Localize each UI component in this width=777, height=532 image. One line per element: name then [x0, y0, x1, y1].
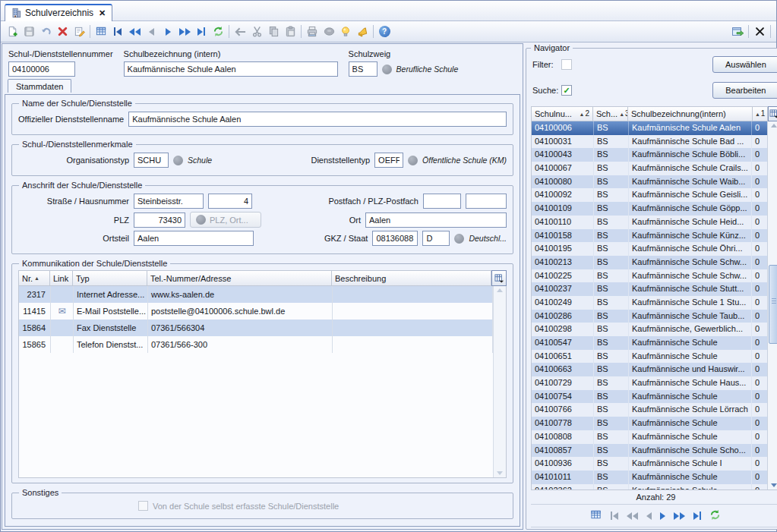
- grid-view-button[interactable]: [93, 24, 109, 40]
- refresh-button[interactable]: [709, 509, 721, 522]
- navigator-table-row[interactable]: 04100195 BS Kaufmännische Schule Öhri...…: [532, 242, 767, 256]
- first-record-button[interactable]: [109, 24, 126, 40]
- navigator-table-row[interactable]: 04100547 BS Kaufmännische Schule 0: [532, 336, 767, 350]
- scroll-down-icon[interactable]: [497, 471, 503, 475]
- column-chooser-button[interactable]: [768, 106, 777, 121]
- last-record-button[interactable]: [193, 24, 210, 40]
- navigator-table-row[interactable]: 04100006 BS Kaufmännische Schule Aalen 0: [532, 121, 767, 135]
- disk-button[interactable]: [321, 24, 337, 40]
- column-header-schulnummer[interactable]: Schulnu...2: [531, 106, 593, 121]
- plz-postfach-input[interactable]: [466, 194, 507, 209]
- help-button[interactable]: ?: [376, 24, 393, 40]
- fast-backward-button[interactable]: [627, 512, 638, 520]
- navigator-table-row[interactable]: 04100158 BS Kaufmännische Schule Künz...…: [532, 229, 767, 243]
- navigator-table-row[interactable]: 04101011 BS Kaufmännische Schule 0: [532, 471, 767, 484]
- navigator-table-row[interactable]: 04100651 BS Kaufmännische Schule 0: [532, 350, 767, 364]
- mail-link-icon[interactable]: ✉: [51, 303, 74, 320]
- kommunikation-table-row[interactable]: 11415 ✉ E-Mail Poststelle... poststelle@…: [19, 303, 493, 320]
- navigator-table-row[interactable]: 04100729 BS Kaufmännische Schule Haus...…: [532, 376, 767, 390]
- navigator-table-row[interactable]: 04100080 BS Kaufmännische Schule Waib...…: [532, 175, 767, 189]
- navigator-table-row[interactable]: 04102362 BS Kaufmännische Schule 0: [532, 484, 767, 490]
- column-header-link[interactable]: Link: [50, 270, 73, 286]
- tab-close-icon[interactable]: ✕: [99, 8, 106, 18]
- selbst-erfasst-checkbox[interactable]: [138, 501, 148, 511]
- column-chooser-button[interactable]: [491, 270, 507, 286]
- mail-link-icon[interactable]: [51, 286, 74, 303]
- strasse-input[interactable]: [134, 194, 204, 209]
- staat-input[interactable]: [422, 231, 450, 246]
- column-header-adresse[interactable]: Tel.-Nummer/Adresse: [147, 270, 332, 286]
- navigator-table-row[interactable]: 04100109 BS Kaufmännische Schule Göpp...…: [532, 202, 767, 216]
- column-header-schulzweig[interactable]: Sch...3: [593, 106, 628, 121]
- column-header-misc[interactable]: 1: [753, 106, 768, 121]
- scroll-down-icon[interactable]: [771, 483, 777, 487]
- gkz-input[interactable]: [372, 231, 418, 246]
- refresh-button[interactable]: [210, 24, 226, 40]
- back-arrow-button[interactable]: [232, 24, 248, 40]
- navigator-table-row[interactable]: 04100043 BS Kaufmännische Schule Böbli..…: [532, 148, 767, 162]
- mail-link-icon[interactable]: [51, 336, 74, 353]
- column-header-nr[interactable]: Nr.: [18, 270, 50, 286]
- dienststellentyp-input[interactable]: [374, 153, 403, 168]
- navigator-table-row[interactable]: 04100225 BS Kaufmännische Schule Schw...…: [532, 269, 767, 283]
- kommunikation-table-row[interactable]: 15864 Fax Dienststelle 07361/566304: [19, 320, 493, 336]
- scroll-up-icon[interactable]: [771, 124, 777, 127]
- next-record-button[interactable]: [160, 24, 176, 40]
- cut-button[interactable]: [248, 24, 265, 40]
- save-button[interactable]: [21, 24, 37, 40]
- navigator-table-row[interactable]: 04100110 BS Kaufmännische Schule Heid...…: [532, 216, 767, 229]
- previous-record-button[interactable]: [143, 24, 160, 40]
- edit-button[interactable]: [71, 24, 87, 40]
- navigator-table-row[interactable]: 04100754 BS Kaufmännische Schule 0: [532, 390, 767, 404]
- navigator-table-row[interactable]: 04100778 BS Kaufmännische Schule 0: [532, 417, 767, 430]
- scroll-up-icon[interactable]: [497, 288, 503, 292]
- column-header-typ[interactable]: Typ: [73, 270, 147, 286]
- mail-link-icon[interactable]: [51, 320, 74, 336]
- auswaehlen-button[interactable]: Auswählen: [712, 56, 777, 73]
- column-header-beschreibung[interactable]: Beschreibung: [332, 270, 491, 286]
- bearbeiten-button[interactable]: Bearbeiten: [712, 82, 777, 99]
- suche-checkbox[interactable]: ✓: [561, 85, 572, 96]
- ort-input[interactable]: [365, 212, 507, 228]
- navigator-table-row[interactable]: 04100031 BS Kaufmännische Schule Bad ...…: [532, 135, 767, 149]
- delete-button[interactable]: [54, 24, 71, 40]
- navigator-table-row[interactable]: 04100249 BS Kaufmännische Schule 1 Stu..…: [532, 296, 767, 310]
- window-switch-button[interactable]: [729, 24, 746, 40]
- print-button[interactable]: [304, 24, 321, 40]
- kommunikation-table-row[interactable]: 15865 Telefon Dienstst... 07361/566-300: [19, 336, 493, 353]
- fast-forward-button[interactable]: [674, 512, 685, 520]
- column-header-schulbezeichnung[interactable]: Schulbezeichnung(intern): [628, 106, 753, 121]
- hint-bulb-button[interactable]: [337, 24, 354, 40]
- new-record-button[interactable]: [4, 24, 21, 40]
- schulbezeichnung-input[interactable]: [124, 61, 338, 77]
- navigator-table-row[interactable]: 04100067 BS Kaufmännische Schule Crails.…: [532, 162, 767, 175]
- notification-bell-button[interactable]: [354, 24, 371, 40]
- navigator-table-row[interactable]: 04100936 BS Kaufmännische Schule I 0: [532, 457, 767, 471]
- navigator-table-row[interactable]: 04100213 BS Kaufmännische Schule Schw...…: [532, 256, 767, 269]
- navigator-table-row[interactable]: 04100766 BS Kaufmännische Schule Lörrach…: [532, 403, 767, 417]
- organisationstyp-input[interactable]: [134, 153, 169, 168]
- tab-schulverzeichnis[interactable]: Schulverzeichnis ✕: [5, 4, 112, 21]
- postfach-input[interactable]: [423, 194, 461, 209]
- plz-input[interactable]: [134, 212, 185, 228]
- navigator-table-row[interactable]: 04100298 BS Kaufmännische, Gewerblich...…: [532, 323, 767, 336]
- schulnummer-input[interactable]: [8, 61, 75, 77]
- plz-ort-button[interactable]: PLZ, Ort...: [190, 212, 261, 228]
- dienststellenname-input[interactable]: [128, 112, 507, 127]
- copy-button[interactable]: [265, 24, 282, 40]
- grid-view-button[interactable]: [590, 509, 602, 522]
- ortsteil-input[interactable]: [134, 231, 254, 246]
- navigator-scrollbar[interactable]: [767, 121, 777, 490]
- kommunikation-table-row[interactable]: 2317 Internet Adresse... www.ks-aalen.de: [19, 286, 493, 303]
- scrollbar-thumb[interactable]: [769, 265, 777, 344]
- filter-checkbox[interactable]: [561, 59, 572, 70]
- navigator-table-row[interactable]: 04100857 BS Kaufmännische Schule Scho...…: [532, 444, 767, 458]
- undo-button[interactable]: [37, 24, 54, 40]
- first-record-button[interactable]: [611, 512, 618, 520]
- navigator-table-row[interactable]: 04100286 BS Kaufmännische Schule Taub...…: [532, 310, 767, 323]
- fast-backward-button[interactable]: [126, 24, 143, 40]
- paste-button[interactable]: [282, 24, 298, 40]
- previous-record-button[interactable]: [646, 512, 652, 520]
- next-record-button[interactable]: [660, 512, 665, 520]
- navigator-table-row[interactable]: 04100808 BS Kaufmännische Schule 0: [532, 430, 767, 444]
